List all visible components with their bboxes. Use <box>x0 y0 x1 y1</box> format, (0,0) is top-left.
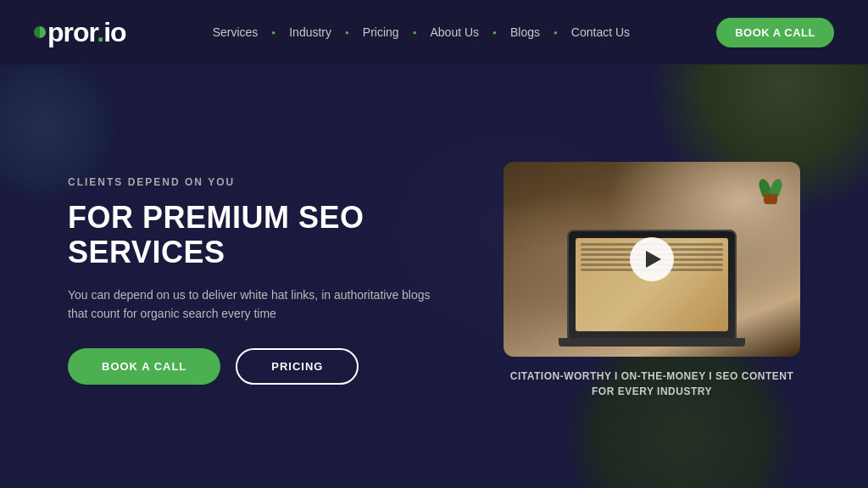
hero-buttons: BOOK A CALL PRICING <box>68 348 453 385</box>
nav-item-industry[interactable]: Industry <box>277 25 343 39</box>
hero-subtitle: CLIENTS DEPEND ON YOU <box>68 176 453 188</box>
hero-right: CITATION-WORTHY I ON-THE-MONEY I SEO CON… <box>504 162 800 399</box>
logo-text: pror.io <box>34 17 126 48</box>
plant-decoration <box>758 170 783 204</box>
nav-item-contact[interactable]: Contact Us <box>559 25 642 39</box>
play-button[interactable] <box>630 237 674 281</box>
hero-book-call-button[interactable]: BOOK A CALL <box>68 348 220 385</box>
nav-dot-1: ● <box>270 29 277 36</box>
laptop-base <box>559 338 745 347</box>
hero-description: You can depend on us to deliver white ha… <box>68 286 432 324</box>
nav-item-about[interactable]: About Us <box>419 25 492 39</box>
nav-dot-2: ● <box>343 29 351 36</box>
logo-icon <box>34 26 46 38</box>
video-caption: CITATION-WORTHY I ON-THE-MONEY I SEO CON… <box>504 369 800 399</box>
navbar: pror.io Services ● Industry ● Pricing ● … <box>0 0 868 64</box>
nav-dot-4: ● <box>491 29 498 36</box>
video-card[interactable] <box>504 162 800 357</box>
hero-pricing-button[interactable]: PRICING <box>236 348 359 385</box>
nav-links: Services ● Industry ● Pricing ● About Us… <box>201 25 642 39</box>
nav-link-contact[interactable]: Contact Us <box>559 25 642 39</box>
nav-link-services[interactable]: Services <box>201 25 270 39</box>
nav-item-pricing[interactable]: Pricing <box>351 25 411 39</box>
hero-left: CLIENTS DEPEND ON YOU FOR PREMIUM SEO SE… <box>68 176 453 385</box>
navbar-book-call-button[interactable]: BOOK A CALL <box>716 18 834 47</box>
logo[interactable]: pror.io <box>34 17 126 48</box>
nav-link-blogs[interactable]: Blogs <box>498 25 552 39</box>
hero-title: FOR PREMIUM SEO SERVICES <box>68 200 453 270</box>
nav-dot-5: ● <box>552 29 559 36</box>
nav-item-blogs[interactable]: Blogs <box>498 25 552 39</box>
nav-item-services[interactable]: Services <box>201 25 270 39</box>
nav-link-about[interactable]: About Us <box>419 25 492 39</box>
nav-link-pricing[interactable]: Pricing <box>351 25 411 39</box>
plant-pot <box>764 194 777 204</box>
nav-link-industry[interactable]: Industry <box>277 25 343 39</box>
play-icon <box>646 251 661 268</box>
hero-section: CLIENTS DEPEND ON YOU FOR PREMIUM SEO SE… <box>0 64 868 488</box>
nav-dot-3: ● <box>411 29 419 36</box>
